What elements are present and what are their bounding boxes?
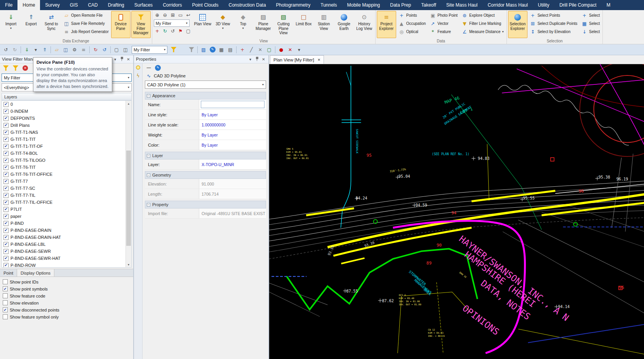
- layer-checkbox[interactable]: ✔: [3, 151, 9, 156]
- job-report-generator-button[interactable]: ≡Job Report Generator: [62, 28, 110, 36]
- display-option-row[interactable]: ✔Show disconnected points: [3, 307, 131, 312]
- layer-checkbox[interactable]: ✔: [3, 228, 9, 233]
- ribbon-tab-cad[interactable]: CAD: [83, 0, 103, 10]
- layer-row[interactable]: ✔G-TIT-T6-TIT: [2, 164, 125, 171]
- display-option-checkbox[interactable]: [3, 279, 8, 284]
- layers-scrollbar[interactable]: ▲ ▼: [125, 101, 131, 267]
- section-header-geometry[interactable]: −Geometry: [145, 171, 266, 179]
- property-value[interactable]: By Layer: [199, 130, 266, 140]
- pick-point-button[interactable]: +: [238, 46, 247, 54]
- cad-canvas[interactable]: 94.8395.0494.2494.5995.3896.1995.5587.55…: [269, 64, 644, 359]
- viewport-button[interactable]: ▢: [185, 28, 192, 35]
- ribbon-tab-tunnels[interactable]: Tunnels: [315, 0, 342, 10]
- close-icon[interactable]: ✕: [318, 58, 321, 62]
- layer-row[interactable]: ✔G-TIT-T7: [2, 178, 125, 185]
- report-gen-button[interactable]: ≡: [79, 46, 88, 54]
- layer-checkbox[interactable]: ✔: [3, 200, 9, 205]
- open-project-button[interactable]: ▱: [52, 46, 61, 54]
- layer-row[interactable]: ✔P-BND-EASE-DRAIN-HAT: [2, 234, 125, 241]
- save-file-remotely-button[interactable]: ◫Save File Remotely: [62, 19, 110, 28]
- property-value[interactable]: X-TOPO-U_MINR: [199, 159, 266, 169]
- layer-checkbox[interactable]: ✔: [3, 221, 9, 226]
- history-log-view-button[interactable]: ⊙History Log View: [355, 11, 374, 38]
- flag-button[interactable]: ⚑: [177, 28, 184, 35]
- plan-view-button[interactable]: Plan View: [193, 11, 212, 38]
- optical-button[interactable]: ◎Optical: [397, 28, 427, 36]
- selection-explorer-button[interactable]: Selection Explorer: [508, 11, 527, 38]
- filter-new-button[interactable]: [2, 64, 10, 72]
- ribbon-tab-drill-pile-compact[interactable]: Drill Pile Compact: [554, 0, 601, 10]
- collapse-icon[interactable]: −: [147, 173, 150, 177]
- filter-line-marking-button[interactable]: ▼Filter Line Marking: [460, 19, 505, 28]
- stop-button[interactable]: ✕: [286, 46, 294, 54]
- orbit-button[interactable]: ↻: [162, 28, 169, 35]
- redo-button[interactable]: ↻: [10, 46, 19, 54]
- ribbon-tab-survey[interactable]: Survey: [40, 0, 64, 10]
- zoom-window-button[interactable]: ▭: [177, 12, 184, 19]
- select-duplicate-points-button[interactable]: ⊞Select Duplicate Points: [529, 19, 579, 28]
- occupation-button[interactable]: ▲Occupation: [397, 19, 427, 28]
- layer-checkbox[interactable]: ✔: [3, 193, 9, 198]
- layer-checkbox[interactable]: ✔: [3, 263, 9, 268]
- feature-button[interactable]: *Feature: [428, 28, 459, 36]
- layer-checkbox[interactable]: ✔: [3, 186, 9, 191]
- display-option-row[interactable]: Show feature symbol only: [3, 314, 131, 319]
- property-value[interactable]: By Layer: [199, 140, 266, 150]
- scroll-down-icon[interactable]: ▼: [126, 262, 131, 267]
- zoom-out-button[interactable]: ⊖: [162, 12, 169, 19]
- layer-checkbox[interactable]: ✔: [3, 116, 9, 121]
- pin-icon[interactable]: [254, 56, 260, 62]
- menu-down-button[interactable]: ▾: [31, 46, 40, 54]
- collapse-icon[interactable]: −: [147, 203, 150, 207]
- view-filter-button[interactable]: [169, 46, 178, 54]
- vector-button[interactable]: ↗Vector: [428, 19, 459, 28]
- select-points-button[interactable]: +Select Points: [529, 11, 579, 19]
- ribbon-tab-m[interactable]: M: [602, 0, 616, 10]
- filter-combo[interactable]: My Filter▾: [132, 46, 167, 54]
- property-value[interactable]: [201, 101, 265, 108]
- display-option-row[interactable]: Show point IDs: [3, 279, 131, 284]
- screen-capture-button[interactable]: ▢: [265, 46, 273, 54]
- import-file-button[interactable]: ⇓: [23, 46, 31, 54]
- photo-point-button[interactable]: ▣Photo Point: [428, 11, 459, 19]
- ribbon-tab-file[interactable]: File: [0, 0, 17, 10]
- plane-manager-button[interactable]: ▨Plane Manager: [254, 11, 273, 38]
- layer-checkbox[interactable]: ✔: [3, 123, 9, 128]
- layer-row[interactable]: ✔DEFPOINTS: [2, 115, 125, 122]
- station-view-button[interactable]: ▥Station View: [314, 11, 334, 38]
- selection-combo[interactable]: CAD 3D Polyline (1) ▾: [145, 81, 266, 89]
- layer-checkbox[interactable]: ✔: [3, 130, 9, 135]
- print-button[interactable]: ▤: [226, 46, 235, 54]
- ribbon-tab-surfaces[interactable]: Surfaces: [129, 0, 158, 10]
- chevron-down-icon[interactable]: ▾: [247, 56, 253, 62]
- pane-layout-button[interactable]: ◫: [121, 46, 130, 54]
- view-filter-off-button[interactable]: [187, 46, 196, 54]
- ribbon-tab-construction-data[interactable]: Construction Data: [224, 0, 271, 10]
- ribbon-tab-corridor-mass-haul[interactable]: Corridor Mass Haul: [482, 0, 533, 10]
- display-option-checkbox[interactable]: [3, 293, 8, 298]
- ribbon-tab-drafting[interactable]: Drafting: [103, 0, 129, 10]
- select-by-elevation-button[interactable]: ↕Select by Elevation: [529, 28, 579, 36]
- pen-button[interactable]: ✎: [208, 46, 217, 54]
- layer-checkbox[interactable]: ✔: [3, 235, 9, 240]
- layer-row[interactable]: ✔P-BND-EASE-SEWR-HAT: [2, 255, 125, 262]
- layer-row[interactable]: ✔P-BND-EASE-LBL: [2, 241, 125, 248]
- project-explorer-button[interactable]: ≡Project Explorer: [377, 11, 396, 38]
- ribbon-tab-takeoff[interactable]: Takeoff: [416, 0, 441, 10]
- layer-row[interactable]: ✔G-TIT-T7-TIL-OFFICE: [2, 199, 125, 206]
- layer-checkbox[interactable]: ✔: [3, 109, 9, 114]
- ribbon-tab-mobile-mapping[interactable]: Mobile Mapping: [342, 0, 385, 10]
- section-header-layer[interactable]: −Layer: [145, 152, 266, 159]
- layer-checkbox[interactable]: ✔: [3, 242, 9, 247]
- layer-row[interactable]: ✔G-TIT-T7-TIL: [2, 192, 125, 199]
- layer-row[interactable]: ✔0: [2, 101, 125, 108]
- export-file-button[interactable]: ⇑: [40, 46, 49, 54]
- undo-button[interactable]: ↺: [2, 46, 10, 54]
- 3d-view-button[interactable]: ◆3D View▾: [213, 11, 233, 38]
- ribbon-tab-utility[interactable]: Utility: [533, 0, 554, 10]
- display-option-row[interactable]: Show elevation: [3, 300, 131, 305]
- display-option-checkbox[interactable]: [3, 314, 8, 319]
- sync-up-button[interactable]: ↻: [91, 46, 100, 54]
- display-option-checkbox[interactable]: [3, 300, 8, 305]
- layer-checkbox[interactable]: ✔: [3, 207, 9, 212]
